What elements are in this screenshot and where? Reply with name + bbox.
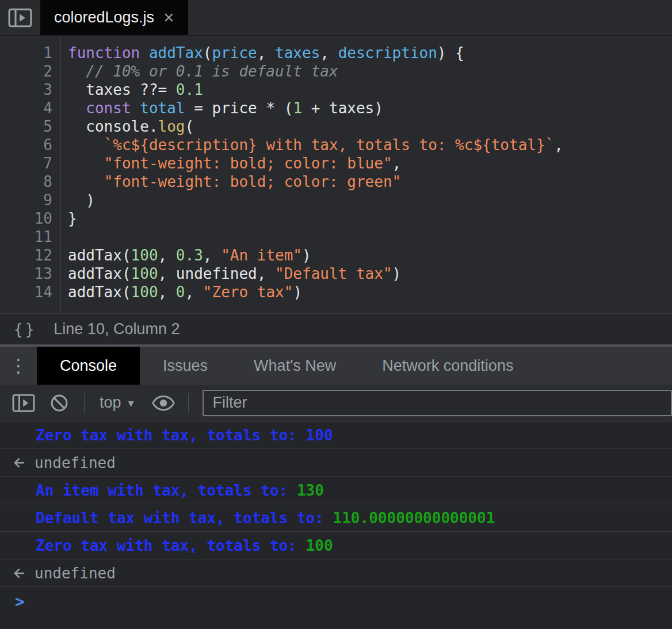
javascript-context-selector[interactable]: top ▾ bbox=[100, 394, 134, 412]
message-segment: 110.00000000000001 bbox=[333, 509, 495, 527]
line-number[interactable]: 7 bbox=[0, 154, 52, 172]
pretty-print-icon[interactable]: {} bbox=[14, 321, 36, 338]
devtools-window: coloredLogs.js × 1234567891011121314 fun… bbox=[0, 0, 672, 629]
chevron-down-icon: ▾ bbox=[128, 396, 134, 410]
code-line: "font-weight: bold; color: blue", bbox=[68, 154, 672, 172]
tab-title: coloredLogs.js bbox=[54, 9, 154, 26]
console-message: undefined bbox=[0, 559, 672, 587]
line-number[interactable]: 6 bbox=[0, 136, 52, 154]
code-line: addTax(100, undefined, "Default tax") bbox=[68, 264, 672, 283]
clear-console-icon bbox=[49, 393, 69, 413]
line-number[interactable]: 3 bbox=[0, 80, 52, 99]
line-number[interactable]: 10 bbox=[0, 209, 52, 228]
code-editor: 1234567891011121314 function addTax(pric… bbox=[0, 36, 672, 313]
console-message: An item with tax, totals to: 130 bbox=[0, 477, 672, 504]
message-segment: Zero tax with tax, totals to: bbox=[36, 427, 306, 444]
close-icon[interactable]: × bbox=[163, 8, 174, 26]
console-message: Zero tax with tax, totals to: 100 bbox=[0, 421, 672, 449]
console-pane: Zero tax with tax, totals to: 100 undefi… bbox=[0, 421, 672, 629]
line-number[interactable]: 4 bbox=[0, 99, 52, 117]
sources-statusbar: {} Line 10, Column 2 bbox=[0, 313, 672, 344]
message-segment: An item with tax, totals to: bbox=[36, 482, 297, 499]
code-line: `%c${description} with tax, totals to: %… bbox=[68, 136, 672, 154]
cursor-position: Line 10, Column 2 bbox=[54, 320, 180, 338]
code-line: const total = price * (1 + taxes) bbox=[68, 99, 672, 117]
show-navigator-button[interactable] bbox=[0, 0, 40, 35]
message-segment: 100 bbox=[306, 537, 333, 554]
message-segment: Zero tax with tax, totals to: bbox=[36, 537, 306, 554]
console-prompt[interactable]: > bbox=[0, 587, 672, 616]
eye-icon bbox=[152, 394, 175, 412]
prompt-chevron-icon: > bbox=[15, 592, 25, 611]
line-number[interactable]: 2 bbox=[0, 62, 52, 80]
show-navigator-icon bbox=[8, 8, 32, 28]
returned-value-icon bbox=[12, 566, 25, 580]
tab-whats-new[interactable]: What's New bbox=[231, 347, 359, 385]
code-line: } bbox=[68, 209, 672, 228]
line-number[interactable]: 8 bbox=[0, 172, 52, 191]
context-label: top bbox=[100, 394, 121, 412]
returned-value-icon bbox=[12, 456, 25, 470]
returned-value-text: undefined bbox=[35, 454, 116, 471]
returned-value-text: undefined bbox=[35, 565, 116, 582]
line-number[interactable]: 9 bbox=[0, 191, 52, 209]
toolbar-separator bbox=[84, 393, 85, 413]
console-message: Zero tax with tax, totals to: 100 bbox=[0, 532, 672, 559]
code-area[interactable]: function addTax(price, taxes, descriptio… bbox=[61, 36, 672, 313]
console-message: Default tax with tax, totals to: 110.000… bbox=[0, 504, 672, 532]
line-number[interactable]: 5 bbox=[0, 117, 52, 136]
message-segment: 130 bbox=[297, 482, 324, 499]
message-segment: 100 bbox=[306, 427, 333, 444]
show-console-sidebar-icon bbox=[12, 394, 35, 412]
filter-input[interactable] bbox=[203, 390, 672, 416]
kebab-icon: ⋮ bbox=[9, 356, 28, 375]
tab-network-conditions[interactable]: Network conditions bbox=[359, 347, 536, 385]
code-line: addTax(100, 0.3, "An item") bbox=[68, 246, 672, 264]
create-live-expression-button[interactable] bbox=[146, 394, 181, 412]
line-number-gutter[interactable]: 1234567891011121314 bbox=[0, 36, 61, 313]
code-line: addTax(100, 0, "Zero tax") bbox=[68, 283, 672, 301]
code-line: ) bbox=[68, 191, 672, 209]
code-line: taxes ??= 0.1 bbox=[68, 80, 672, 99]
line-number[interactable]: 1 bbox=[0, 44, 52, 62]
console-toolbar: top ▾ bbox=[0, 385, 672, 421]
message-segment: Default tax with tax, totals to: bbox=[36, 509, 333, 527]
line-number[interactable]: 14 bbox=[0, 283, 52, 301]
tab-console[interactable]: Console bbox=[37, 347, 140, 385]
sources-tabbar: coloredLogs.js × bbox=[0, 0, 672, 36]
clear-console-button[interactable] bbox=[41, 393, 77, 413]
code-line bbox=[68, 228, 672, 246]
show-console-sidebar-button[interactable] bbox=[6, 394, 41, 412]
line-number[interactable]: 13 bbox=[0, 264, 52, 283]
drawer-tabbar: ⋮ Console Issues What's New Network cond… bbox=[0, 347, 672, 385]
tab-issues[interactable]: Issues bbox=[140, 347, 231, 385]
code-line: // 10% or 0.1 is default tax bbox=[68, 62, 672, 80]
more-tools-button[interactable]: ⋮ bbox=[0, 347, 37, 385]
tab-coloredlogs-js[interactable]: coloredLogs.js × bbox=[40, 0, 188, 35]
line-number[interactable]: 12 bbox=[0, 246, 52, 264]
console-message: undefined bbox=[0, 449, 672, 477]
toolbar-separator bbox=[188, 393, 189, 413]
code-line: "font-weight: bold; color: green" bbox=[68, 172, 672, 191]
code-line: console.log( bbox=[68, 117, 672, 136]
console-message-list: Zero tax with tax, totals to: 100 undefi… bbox=[0, 421, 672, 587]
line-number[interactable]: 11 bbox=[0, 228, 52, 246]
code-line: function addTax(price, taxes, descriptio… bbox=[68, 44, 672, 62]
